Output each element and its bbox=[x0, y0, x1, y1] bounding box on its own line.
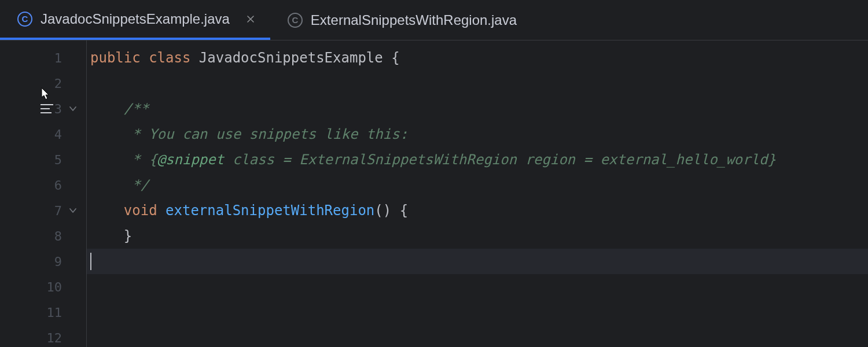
line-number: 12 bbox=[42, 331, 62, 345]
code-line[interactable]: * You can use snippets like this: bbox=[87, 121, 868, 147]
close-icon[interactable] bbox=[244, 12, 258, 26]
tab-label: JavadocSnippetsExample.java bbox=[41, 11, 230, 27]
text-caret bbox=[90, 253, 91, 270]
line-number: 11 bbox=[42, 305, 62, 320]
code-line[interactable] bbox=[87, 274, 868, 300]
gutter-row[interactable]: 12 bbox=[0, 325, 86, 347]
code-line[interactable] bbox=[87, 71, 868, 96]
rendered-view-icon[interactable] bbox=[41, 104, 53, 113]
editor: 1 2 3 4 5 6 bbox=[0, 40, 868, 347]
gutter-row[interactable]: 11 bbox=[0, 300, 86, 325]
class-icon: C bbox=[288, 13, 303, 28]
class-icon: C bbox=[17, 12, 32, 27]
line-number: 4 bbox=[42, 127, 62, 142]
line-number: 1 bbox=[42, 51, 62, 65]
code-line[interactable]: */ bbox=[87, 172, 868, 198]
chevron-down-icon[interactable] bbox=[67, 103, 79, 115]
gutter-row[interactable]: 7 bbox=[0, 198, 86, 223]
gutter-row[interactable]: 4 bbox=[0, 121, 86, 147]
code-line[interactable] bbox=[87, 300, 868, 325]
code-line[interactable]: public class JavadocSnippetsExample { bbox=[87, 45, 868, 71]
code-line[interactable]: void externalSnippetWithRegion() { bbox=[87, 198, 868, 223]
chevron-down-icon[interactable] bbox=[67, 205, 79, 216]
gutter: 1 2 3 4 5 6 bbox=[0, 40, 87, 347]
gutter-row[interactable]: 5 bbox=[0, 147, 86, 172]
line-number: 5 bbox=[42, 153, 62, 167]
tab-external-snippets-with-region[interactable]: C ExternalSnippetsWithRegion.java bbox=[270, 0, 529, 40]
code-line[interactable]: * {@snippet class = ExternalSnippetsWith… bbox=[87, 147, 868, 172]
code-line[interactable]: /** bbox=[87, 96, 868, 121]
line-number: 10 bbox=[42, 280, 62, 294]
code-area[interactable]: public class JavadocSnippetsExample { /*… bbox=[87, 40, 868, 347]
gutter-row[interactable]: 8 bbox=[0, 223, 86, 249]
code-line-current[interactable] bbox=[87, 249, 868, 274]
gutter-row[interactable]: 2 bbox=[0, 71, 86, 96]
tab-bar: C JavadocSnippetsExample.java C External… bbox=[0, 0, 868, 40]
tab-label: ExternalSnippetsWithRegion.java bbox=[311, 12, 517, 28]
code-line[interactable]: } bbox=[87, 223, 868, 249]
line-number: 2 bbox=[42, 76, 62, 91]
gutter-row[interactable]: 3 bbox=[0, 96, 86, 121]
line-number: 8 bbox=[42, 229, 62, 243]
code-line[interactable] bbox=[87, 325, 868, 347]
gutter-row[interactable]: 9 bbox=[0, 249, 86, 274]
line-number: 7 bbox=[42, 204, 62, 218]
gutter-row[interactable]: 10 bbox=[0, 274, 86, 300]
tab-javadoc-snippets-example[interactable]: C JavadocSnippetsExample.java bbox=[0, 0, 270, 40]
gutter-row[interactable]: 1 bbox=[0, 45, 86, 71]
line-number: 9 bbox=[42, 254, 62, 269]
gutter-row[interactable]: 6 bbox=[0, 172, 86, 198]
line-number: 6 bbox=[42, 178, 62, 193]
